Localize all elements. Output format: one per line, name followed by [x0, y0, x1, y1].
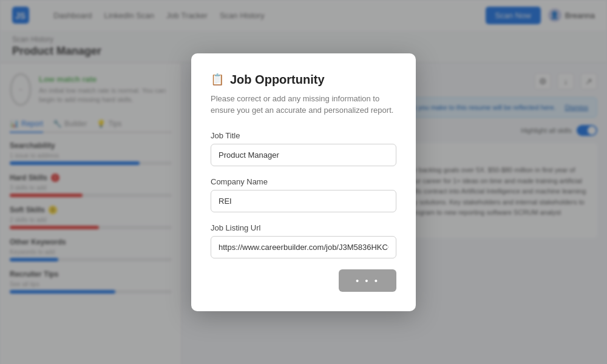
job-url-input[interactable] [211, 236, 396, 258]
modal-header: 📋 Job Opportunity [211, 73, 396, 87]
job-title-group: Job Title [211, 131, 396, 166]
modal-title: Job Opportunity [230, 73, 325, 87]
job-opportunity-modal: 📋 Job Opportunity Please correct or add … [191, 53, 416, 311]
job-url-group: Job Listing Url [211, 223, 396, 258]
company-name-group: Company Name [211, 177, 396, 212]
modal-subtitle: Please correct or add any missing inform… [211, 93, 396, 116]
modal-briefcase-icon: 📋 [211, 73, 224, 86]
modal-overlay: 📋 Job Opportunity Please correct or add … [0, 0, 607, 364]
company-name-input[interactable] [211, 190, 396, 212]
company-name-label: Company Name [211, 177, 396, 186]
job-title-input[interactable] [211, 144, 396, 166]
submit-button[interactable]: • • • [339, 269, 396, 292]
job-url-label: Job Listing Url [211, 223, 396, 232]
modal-footer: • • • [211, 269, 396, 292]
job-title-label: Job Title [211, 131, 396, 140]
